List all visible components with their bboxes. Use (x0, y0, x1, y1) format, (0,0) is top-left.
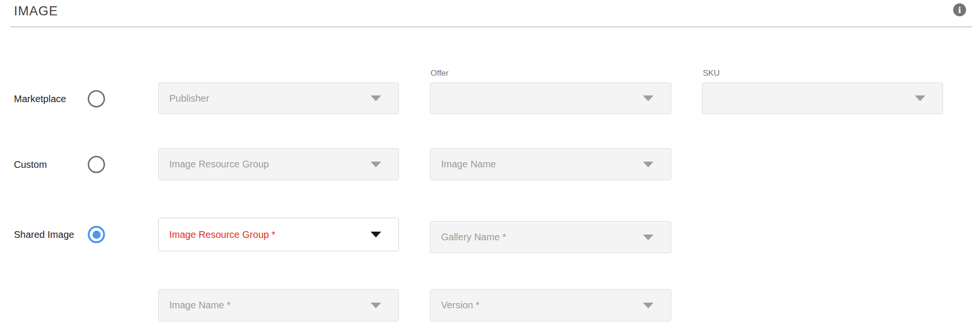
shared-image-radio[interactable] (88, 226, 105, 243)
chevron-down-icon (915, 95, 925, 101)
section-divider (11, 26, 972, 27)
custom-image-name-placeholder: Image Name (441, 159, 496, 170)
chevron-down-icon (371, 303, 381, 308)
offer-field-label: Offer (431, 69, 448, 78)
marketplace-radio[interactable] (88, 90, 105, 107)
shared-image-name-placeholder: Image Name * (169, 300, 231, 311)
marketplace-radio-label: Marketplace (14, 94, 66, 104)
chevron-down-icon (643, 303, 653, 308)
shared-image-resource-group-placeholder: Image Resource Group * (169, 229, 275, 240)
section-title: IMAGE (14, 4, 58, 19)
chevron-down-icon (643, 162, 653, 167)
sku-select[interactable] (702, 82, 943, 114)
info-icon-glyph: i (958, 5, 961, 15)
shared-image-name-select[interactable]: Image Name * (158, 289, 399, 321)
chevron-down-icon (371, 232, 381, 237)
sku-field-label: SKU (703, 69, 720, 78)
chevron-down-icon (643, 235, 653, 240)
chevron-down-icon (371, 95, 381, 101)
shared-image-resource-group-select[interactable]: Image Resource Group * (158, 218, 399, 251)
image-section: IMAGE i Marketplace Publisher Offer SKU … (0, 0, 980, 329)
publisher-placeholder: Publisher (169, 93, 209, 104)
custom-radio[interactable] (88, 156, 105, 173)
custom-radio-label: Custom (14, 160, 47, 169)
version-placeholder: Version * (441, 300, 479, 311)
gallery-name-select[interactable]: Gallery Name * (430, 221, 671, 253)
gallery-name-placeholder: Gallery Name * (441, 232, 506, 243)
radio-dot (93, 231, 101, 239)
shared-image-radio-label: Shared Image (14, 230, 74, 239)
info-icon[interactable]: i (953, 3, 966, 16)
offer-select[interactable] (430, 82, 671, 114)
version-select[interactable]: Version * (430, 289, 671, 321)
chevron-down-icon (643, 95, 653, 101)
chevron-down-icon (371, 162, 381, 167)
custom-image-resource-group-placeholder: Image Resource Group (169, 159, 269, 170)
publisher-select[interactable]: Publisher (158, 82, 399, 114)
custom-image-name-select[interactable]: Image Name (430, 148, 671, 180)
custom-image-resource-group-select[interactable]: Image Resource Group (158, 148, 399, 180)
